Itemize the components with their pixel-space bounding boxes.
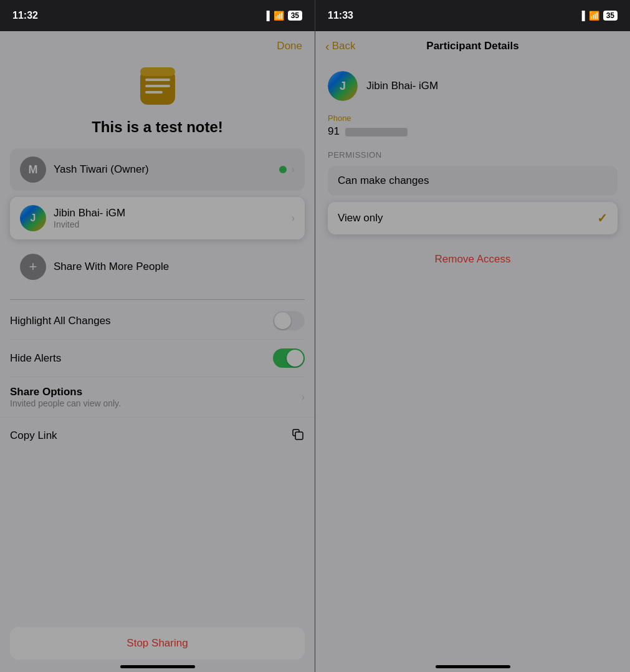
right-battery-badge: 35 — [603, 11, 618, 21]
left-status-bar: 11:32 ▐ 📶 35 — [0, 0, 315, 31]
left-home-indicator — [120, 665, 195, 668]
right-status-icons: ▐ 📶 35 — [579, 11, 618, 21]
left-overlay — [0, 31, 315, 672]
battery-badge: 35 — [288, 11, 302, 21]
left-time: 11:32 — [12, 10, 38, 21]
left-status-icons: ▐ 📶 35 — [264, 11, 302, 21]
right-status-bar: 11:33 ▐ 📶 35 — [315, 0, 630, 31]
right-home-indicator — [436, 665, 510, 668]
right-wifi-icon: 📶 — [589, 11, 599, 21]
right-overlay — [315, 31, 630, 672]
signal-icon: ▐ — [264, 11, 270, 21]
wifi-icon: 📶 — [274, 11, 284, 21]
right-phone-panel: 11:33 ▐ 📶 35 ‹ Back Participant Details … — [315, 0, 630, 672]
right-signal-icon: ▐ — [579, 11, 585, 21]
left-phone-panel: 11:32 ▐ 📶 35 Done This is a test note! — [0, 0, 315, 672]
right-time: 11:33 — [328, 10, 353, 21]
